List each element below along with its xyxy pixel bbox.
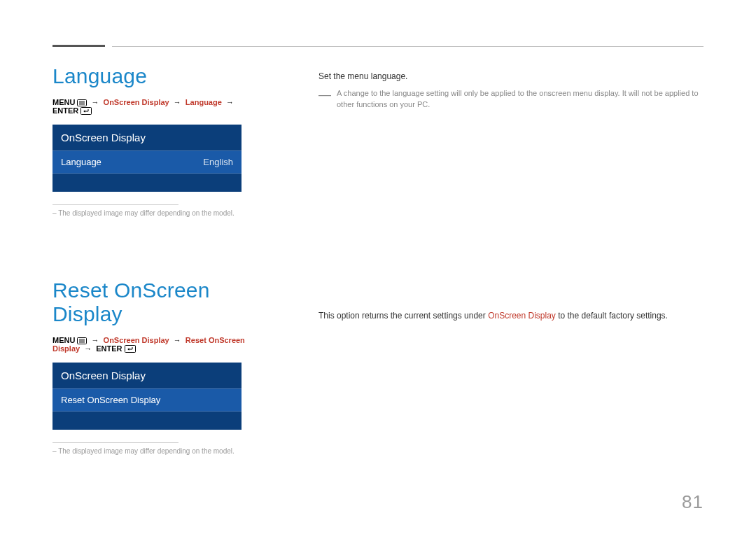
menu-icon [77, 99, 87, 106]
desc-link-onscreen-display: OnScreen Display [488, 311, 556, 321]
reset-description: This option returns the current settings… [318, 311, 704, 321]
section-reset-left: Reset OnScreen Display MENU → OnScreen D… [52, 279, 262, 455]
footnote-text: – The displayed image may differ dependi… [52, 447, 262, 455]
enter-icon [125, 345, 136, 353]
menu-label: MENU [52, 98, 75, 106]
desc-before: This option returns the current settings… [318, 311, 488, 321]
osd-header: OnScreen Display [52, 363, 241, 388]
note-dash-icon: ― [318, 88, 331, 111]
arrow-icon: → [172, 336, 183, 344]
section-title-reset: Reset OnScreen Display [52, 279, 262, 326]
section-language-right: Set the menu language. ― A change to the… [318, 71, 704, 111]
manual-page: Language MENU → OnScreen Display → [0, 0, 756, 534]
osd-header: OnScreen Display [52, 125, 241, 150]
osd-row-value: English [203, 157, 233, 167]
page-number: 81 [682, 491, 704, 513]
osd-row-language: Language English [52, 150, 241, 174]
menu-icon [77, 337, 87, 344]
osd-row-label: Reset OnScreen Display [61, 395, 160, 405]
note-text: A change to the language setting will on… [337, 88, 704, 111]
arrow-icon: → [82, 344, 94, 353]
breadcrumb-onscreen-display: OnScreen Display [104, 98, 169, 106]
section-title-language: Language [52, 64, 262, 88]
osd-empty-row [52, 174, 241, 192]
enter-label: ENTER [96, 344, 122, 353]
lead-text: Set the menu language. [318, 71, 704, 81]
arrow-icon: → [172, 98, 183, 106]
right-column: Set the menu language. ― A change to the… [318, 64, 704, 455]
top-rule-thick [52, 45, 105, 47]
osd-preview-language: OnScreen Display Language English [52, 125, 241, 192]
footnote-rule [52, 204, 178, 205]
breadcrumb-language: Language [186, 98, 222, 106]
section-language-left: Language MENU → OnScreen Display → [52, 64, 262, 217]
menu-path-reset: MENU → OnScreen Display → Reset OnScreen… [52, 336, 262, 353]
note-block: ― A change to the language setting will … [318, 88, 704, 111]
enter-icon [80, 107, 92, 115]
section-reset-right: This option returns the current settings… [318, 311, 704, 321]
left-column: Language MENU → OnScreen Display → [52, 64, 262, 455]
content-columns: Language MENU → OnScreen Display → [52, 64, 704, 455]
menu-label: MENU [52, 336, 75, 344]
arrow-icon: → [224, 98, 236, 106]
enter-label: ENTER [52, 106, 78, 115]
arrow-icon: → [90, 336, 102, 344]
breadcrumb-onscreen-display: OnScreen Display [104, 336, 169, 344]
top-rule-thin [112, 46, 704, 47]
menu-path-language: MENU → OnScreen Display → Language → [52, 98, 262, 115]
osd-row-reset: Reset OnScreen Display [52, 388, 241, 412]
osd-preview-reset: OnScreen Display Reset OnScreen Display [52, 363, 241, 430]
osd-row-label: Language [61, 157, 102, 167]
osd-empty-row [52, 412, 241, 430]
footnote-rule [52, 442, 178, 443]
desc-after: to the default factory settings. [556, 311, 668, 321]
arrow-icon: → [90, 98, 102, 106]
footnote-text: – The displayed image may differ dependi… [52, 209, 262, 217]
